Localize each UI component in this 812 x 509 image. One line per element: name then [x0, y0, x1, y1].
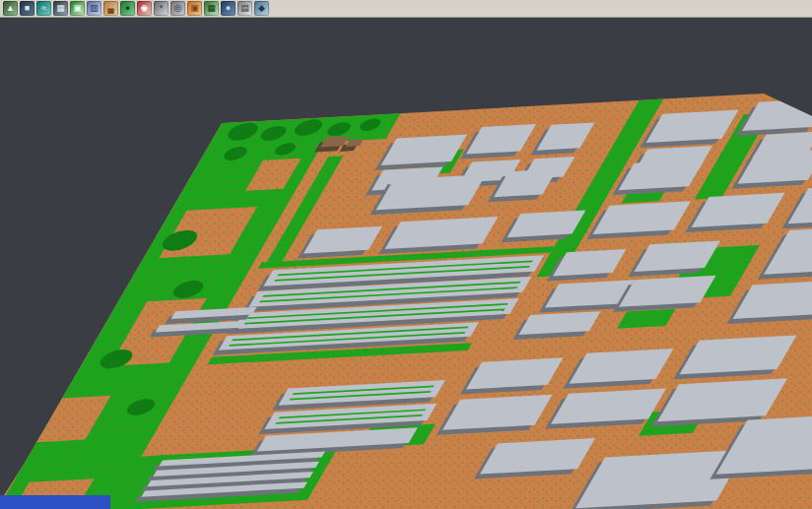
tiles-icon[interactable]: ▣ [187, 1, 202, 16]
mesh-icon[interactable]: ▦ [53, 1, 68, 16]
toolbar: ▲■≈▦▣▥▄●◉*◎▣▦●▤◆ [0, 0, 812, 18]
water-icon[interactable]: ≈ [36, 1, 51, 16]
globe-icon[interactable]: ● [120, 1, 135, 16]
viewport-3d[interactable] [0, 0, 812, 509]
measure-icon[interactable]: ◎ [170, 1, 185, 16]
classification-icon[interactable]: ▣ [70, 1, 85, 16]
terrain-icon[interactable]: ▄ [103, 1, 118, 16]
profile-icon[interactable]: ▥ [87, 1, 102, 16]
globe-dark-icon[interactable]: ● [221, 1, 236, 16]
grid-icon[interactable]: ▦ [204, 1, 219, 16]
dem-icon[interactable]: ▲ [3, 1, 18, 16]
report-icon[interactable]: ▤ [237, 1, 252, 16]
taskbar-fragment[interactable] [0, 495, 110, 509]
target-icon[interactable]: ◉ [137, 1, 152, 16]
gear-icon[interactable]: * [154, 1, 169, 16]
palette-icon[interactable]: ◆ [254, 1, 269, 16]
scene-icon[interactable]: ■ [20, 1, 34, 16]
